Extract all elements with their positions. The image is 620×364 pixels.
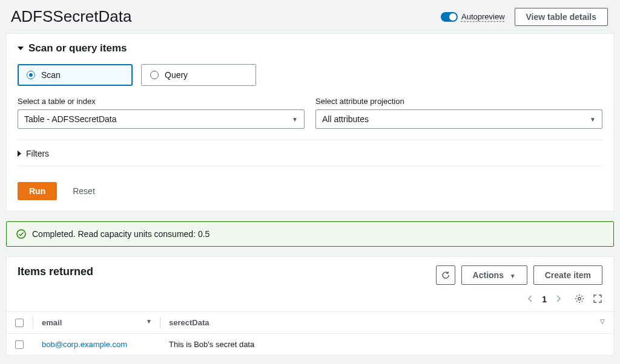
svg-point-1	[578, 297, 581, 299]
status-flash: Completed. Read capacity units consumed:…	[6, 221, 614, 247]
filters-label: Filters	[26, 149, 49, 158]
secret-data-value: This is Bob's secret data	[169, 340, 254, 349]
next-page-button[interactable]	[554, 293, 562, 305]
row-checkbox[interactable]	[15, 340, 24, 349]
caret-right-icon	[18, 151, 21, 157]
column-email-label: email	[42, 318, 62, 327]
run-button[interactable]: Run	[18, 182, 57, 200]
radio-icon	[150, 71, 159, 79]
gear-icon	[575, 294, 584, 304]
caret-down-icon: ▼	[590, 116, 596, 123]
page-number: 1	[542, 294, 547, 304]
select-all-checkbox[interactable]	[15, 319, 24, 327]
flash-message: Completed. Read capacity units consumed:…	[32, 229, 209, 239]
caret-down-icon: ▼	[510, 273, 516, 279]
query-radio[interactable]: Query	[141, 64, 256, 86]
table-select-value: Table - ADFSSecretData	[24, 114, 117, 124]
success-check-icon	[16, 229, 26, 239]
refresh-button[interactable]	[436, 265, 455, 285]
query-radio-label: Query	[165, 70, 188, 80]
autopreview-label: Autopreview	[461, 12, 505, 21]
page-title: ADFSSecretData	[11, 7, 131, 26]
view-table-details-button[interactable]: View table details	[515, 8, 608, 26]
table-select[interactable]: Table - ADFSSecretData ▼	[18, 109, 305, 129]
column-header-secretdata[interactable]: serectData ▽	[160, 312, 613, 334]
create-item-button[interactable]: Create item	[533, 265, 602, 285]
items-returned-title: Items returned	[18, 265, 93, 278]
filters-expander[interactable]: Filters	[18, 149, 602, 158]
scan-radio[interactable]: Scan	[18, 64, 133, 86]
prev-page-button[interactable]	[526, 293, 535, 305]
reset-button[interactable]: Reset	[73, 186, 95, 196]
divider	[18, 166, 602, 166]
actions-label: Actions	[473, 270, 504, 280]
actions-dropdown[interactable]: Actions ▼	[461, 265, 527, 285]
svg-point-0	[17, 230, 25, 238]
autopreview-toggle[interactable]	[441, 12, 458, 22]
projection-select[interactable]: All attributes ▼	[315, 109, 602, 129]
projection-select-label: Select attribute projection	[315, 97, 602, 106]
settings-button[interactable]	[575, 294, 584, 305]
table-select-label: Select a table or index	[18, 97, 305, 106]
scan-query-title: Scan or query items	[28, 42, 127, 54]
projection-select-value: All attributes	[322, 114, 369, 124]
radio-selected-icon	[27, 71, 35, 79]
scan-radio-label: Scan	[41, 70, 61, 80]
autopreview-toggle-group[interactable]: Autopreview	[441, 12, 505, 22]
column-header-email[interactable]: email ▼	[33, 312, 160, 334]
scan-query-panel-header[interactable]: Scan or query items	[7, 34, 613, 60]
expand-icon	[593, 294, 602, 304]
sort-desc-icon: ▼	[146, 318, 152, 325]
caret-down-icon	[18, 47, 24, 50]
email-link[interactable]: bob@corp.example.com	[42, 340, 127, 349]
chevron-left-icon	[527, 295, 533, 302]
caret-down-icon: ▼	[292, 116, 298, 123]
fullscreen-button[interactable]	[593, 294, 602, 305]
refresh-icon	[441, 270, 450, 280]
chevron-right-icon	[555, 295, 561, 302]
column-settings-icon: ▽	[600, 318, 605, 325]
table-row[interactable]: bob@corp.example.com This is Bob's secre…	[7, 334, 613, 356]
column-secretdata-label: serectData	[169, 318, 209, 327]
divider	[18, 140, 602, 140]
